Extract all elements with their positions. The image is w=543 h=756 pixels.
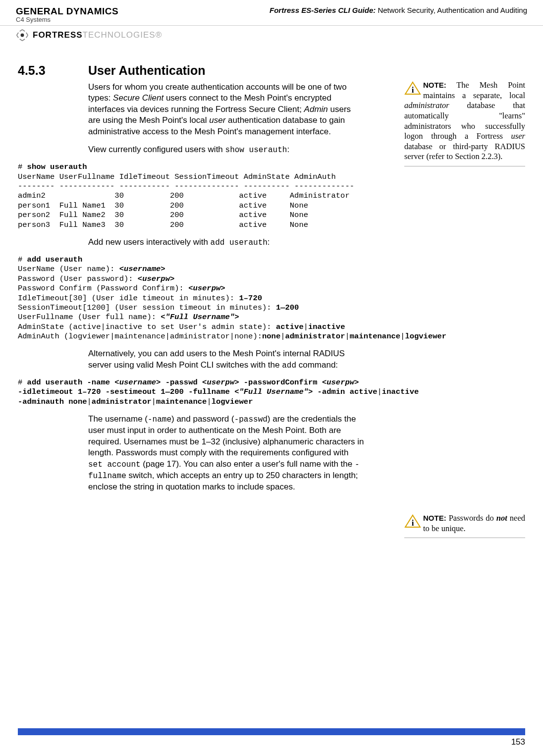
content-area: i NOTE: The Mesh Point maintains a separ… xyxy=(0,63,543,492)
brand-block: GENERAL DYNAMICS C4 Systems xyxy=(16,6,118,23)
footer-bar xyxy=(18,728,525,735)
info-icon: i xyxy=(404,81,421,95)
paragraph-3: Add new users interactively with add use… xyxy=(88,237,365,248)
section-heading: 4.5.3 User Authentication xyxy=(18,63,525,78)
code-block-show-userauth: # show userauth UserName UserFullname Id… xyxy=(18,162,525,230)
svg-point-0 xyxy=(21,34,24,37)
paragraph-5: The username (-name) and password (-pass… xyxy=(88,414,365,492)
paragraph-2: View currently configured users with sho… xyxy=(88,144,365,156)
doc-title-rest: Network Security, Authentication and Aud… xyxy=(376,6,527,14)
doc-title-italic: Fortress ES-Series CLI Guide: xyxy=(270,6,376,14)
code-block-add-userauth: # add userauth UserName (User name): <us… xyxy=(18,255,525,341)
fortress-bold: FORTRESS xyxy=(33,30,83,40)
brand-line1: GENERAL DYNAMICS xyxy=(16,6,118,17)
note1-b: administrator xyxy=(404,101,449,110)
doc-title: Fortress ES-Series CLI Guide: Network Se… xyxy=(270,6,527,14)
page-footer: 153 xyxy=(18,728,525,747)
note2-b: not xyxy=(496,513,507,523)
page-header: GENERAL DYNAMICS C4 Systems Fortress ES-… xyxy=(0,0,543,26)
brand-line2: C4 Systems xyxy=(16,16,118,23)
info-icon: i xyxy=(404,514,421,528)
note-label: NOTE: xyxy=(423,514,446,522)
note-box-1: i NOTE: The Mesh Point maintains a separ… xyxy=(404,80,525,166)
page-number: 153 xyxy=(18,737,525,747)
fortress-grey: TECHNOLOGIES® xyxy=(83,30,163,40)
paragraph-1: Users for whom you create authentication… xyxy=(88,82,365,137)
fortress-text: FORTRESSTECHNOLOGIES® xyxy=(33,30,162,40)
section-title: User Authentication xyxy=(88,63,206,78)
section-number: 4.5.3 xyxy=(18,63,67,78)
note-label: NOTE: xyxy=(423,81,446,89)
note1-e: database or third-party RADIUS server (r… xyxy=(404,142,525,162)
fortress-logo-row: FORTRESSTECHNOLOGIES® xyxy=(0,29,543,47)
note-box-2: i NOTE: Passwords do not need to be uniq… xyxy=(404,513,525,538)
fortress-icon xyxy=(16,29,29,42)
svg-text:i: i xyxy=(412,518,414,528)
code-block-add-userauth-inline: # add userauth -name <username> -passwd … xyxy=(18,378,525,407)
note2-a: Passwords do xyxy=(446,513,496,523)
paragraph-4: Alternatively, you can add users to the … xyxy=(88,348,365,371)
note1-d: user xyxy=(511,131,525,141)
svg-text:i: i xyxy=(412,85,414,95)
